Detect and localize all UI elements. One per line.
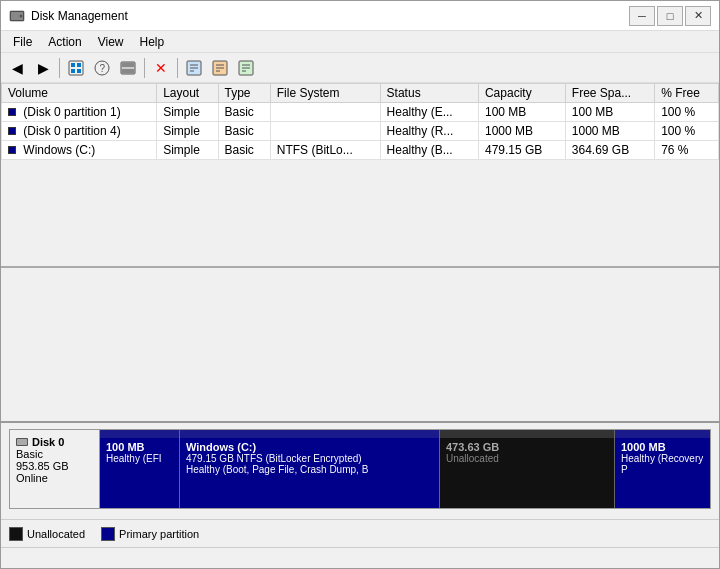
properties-icon-3 [238,60,254,76]
cell-volume-0: (Disk 0 partition 1) [2,103,157,122]
disk-icon-label: Disk 0 [16,436,93,448]
partition-efi[interactable]: 100 MB Healthy (EFI [100,430,180,508]
disk-mgmt-button[interactable] [116,56,140,80]
partition-unallocated[interactable]: 473.63 GB Unallocated [440,430,615,508]
properties-button-2[interactable] [208,56,232,80]
main-window: Disk Management ─ □ ✕ File Action View H… [0,0,720,569]
menu-bar: File Action View Help [1,31,719,53]
disk-visual-section: Disk 0 Basic 953.85 GB Online 100 MB Hea… [1,421,719,519]
cell-free-0: 100 MB [565,103,654,122]
partition-windows-name: Windows (C:) [186,441,433,453]
partition-unallocated-header [440,430,614,438]
content-area: Volume Layout Type File System Status Ca… [1,83,719,568]
cell-type-2: Basic [218,141,270,160]
cell-fs-2: NTFS (BitLo... [270,141,380,160]
partition-recovery-size: 1000 MB [621,441,704,453]
legend-label-primary: Primary partition [119,528,199,540]
cell-layout-2: Simple [157,141,218,160]
svg-rect-5 [77,63,81,67]
properties-button-1[interactable] [182,56,206,80]
menu-action[interactable]: Action [40,33,89,51]
partition-unallocated-size: 473.63 GB [446,441,608,453]
menu-help[interactable]: Help [132,33,173,51]
legend-label-unallocated: Unallocated [27,528,85,540]
row-indicator-0 [8,108,16,116]
snap-icon [68,60,84,76]
svg-rect-7 [77,69,81,73]
disk-table: Volume Layout Type File System Status Ca… [1,83,719,160]
col-status: Status [380,84,478,103]
cell-type-0: Basic [218,103,270,122]
title-bar-left: Disk Management [9,8,128,24]
toolbar-separator-3 [177,58,178,78]
cell-status-1: Healthy (R... [380,122,478,141]
help-icon: ? [94,60,110,76]
partition-recovery-header [615,430,710,438]
status-bar [1,548,719,568]
close-button[interactable]: ✕ [685,6,711,26]
cell-free-2: 364.69 GB [565,141,654,160]
table-row[interactable]: (Disk 0 partition 4) Simple Basic Health… [2,122,719,141]
svg-point-2 [20,14,23,17]
title-controls: ─ □ ✕ [629,6,711,26]
snap-button[interactable] [64,56,88,80]
svg-rect-11 [122,63,134,67]
row-indicator-2 [8,146,16,154]
col-type: Type [218,84,270,103]
properties-icon-1 [186,60,202,76]
partition-recovery[interactable]: 1000 MB Healthy (Recovery P [615,430,710,508]
legend-box-primary [101,527,115,541]
svg-rect-6 [71,69,75,73]
disk-label: Disk 0 Basic 953.85 GB Online [10,430,100,508]
table-row[interactable]: (Disk 0 partition 1) Simple Basic Health… [2,103,719,122]
partition-unallocated-label: Unallocated [446,453,608,464]
table-header-row: Volume Layout Type File System Status Ca… [2,84,719,103]
table-row[interactable]: Windows (C:) Simple Basic NTFS (BitLo...… [2,141,719,160]
partition-efi-header [100,430,179,438]
partition-efi-size: 100 MB [106,441,173,453]
col-freespace: Free Spa... [565,84,654,103]
cell-layout-1: Simple [157,122,218,141]
cell-volume-1: (Disk 0 partition 4) [2,122,157,141]
cell-fs-0 [270,103,380,122]
menu-file[interactable]: File [5,33,40,51]
cell-status-0: Healthy (E... [380,103,478,122]
svg-rect-26 [17,439,27,445]
disk-0-row: Disk 0 Basic 953.85 GB Online 100 MB Hea… [9,429,711,509]
title-bar: Disk Management ─ □ ✕ [1,1,719,31]
cell-pct-2: 76 % [655,141,719,160]
menu-view[interactable]: View [90,33,132,51]
toolbar: ◀ ▶ ? ✕ [1,53,719,83]
cell-cap-1: 1000 MB [478,122,565,141]
disk-type-label: Basic [16,448,93,460]
maximize-button[interactable]: □ [657,6,683,26]
help-button[interactable]: ? [90,56,114,80]
minimize-button[interactable]: ─ [629,6,655,26]
app-icon [9,8,25,24]
legend-box-unallocated [9,527,23,541]
partition-efi-label: Healthy (EFI [106,453,173,464]
window-title: Disk Management [31,9,128,23]
cell-layout-0: Simple [157,103,218,122]
back-button[interactable]: ◀ [5,56,29,80]
partition-windows-header [180,430,439,438]
toolbar-separator-2 [144,58,145,78]
disk-size-label: 953.85 GB [16,460,93,472]
partition-windows-c[interactable]: Windows (C:) 479.15 GB NTFS (BitLocker E… [180,430,440,508]
disk-partitions: 100 MB Healthy (EFI Windows (C:) 479.15 … [100,430,710,508]
cell-fs-1 [270,122,380,141]
legend-bar: Unallocated Primary partition [1,520,719,548]
delete-button[interactable]: ✕ [149,56,173,80]
partition-recovery-label: Healthy (Recovery P [621,453,704,475]
disk-icon [16,436,28,448]
legend-unallocated: Unallocated [9,527,85,541]
svg-rect-4 [71,63,75,67]
col-volume: Volume [2,84,157,103]
col-filesystem: File System [270,84,380,103]
properties-button-3[interactable] [234,56,258,80]
svg-text:?: ? [100,63,106,74]
cell-cap-2: 479.15 GB [478,141,565,160]
forward-button[interactable]: ▶ [31,56,55,80]
bottom-bar: Unallocated Primary partition [1,519,719,568]
disk-table-area: Volume Layout Type File System Status Ca… [1,83,719,268]
